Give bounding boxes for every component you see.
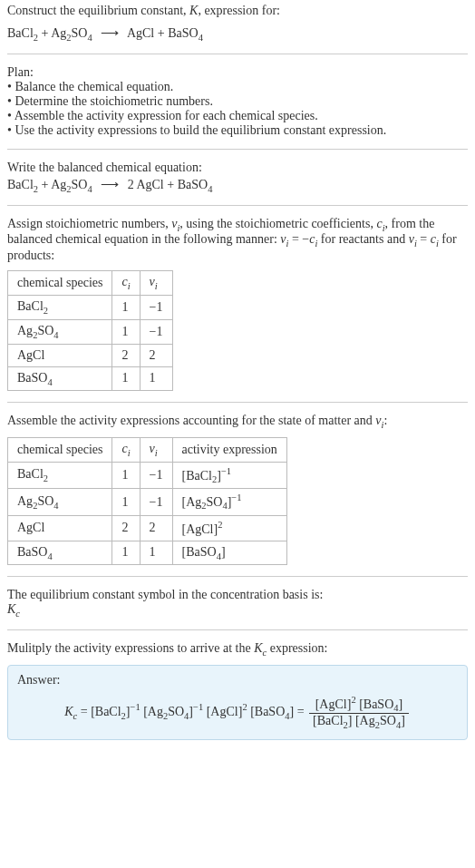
- multiply-section: Mulitply the activity expressions to arr…: [7, 641, 468, 658]
- cell-species: BaSO4: [8, 541, 112, 565]
- fraction: [AgCl]2 [BaSO4] [BaCl2] [Ag2SO4]: [309, 695, 409, 730]
- divider: [7, 54, 468, 54]
- balanced-heading: Write the balanced chemical equation:: [7, 161, 468, 175]
- unbalanced-equation: BaCl2 + Ag2SO4 ⟶ AgCl + BaSO4: [7, 25, 468, 43]
- cell-species: BaCl2: [8, 462, 112, 488]
- assign-section: Assign stoichiometric numbers, νi, using…: [7, 217, 468, 264]
- cell-ci: 1: [112, 319, 140, 344]
- plan-heading: Plan:: [7, 65, 468, 80]
- cell-ci: 2: [112, 515, 140, 541]
- answer-label: Answer:: [17, 673, 458, 688]
- cell-activity: [BaCl2]−1: [172, 462, 286, 488]
- answer-box: Answer: Kc = [BaCl2]−1 [Ag2SO4]−1 [AgCl]…: [7, 665, 468, 740]
- prompt-text-b: , expression for:: [198, 4, 280, 17]
- fraction-numerator: [AgCl]2 [BaSO4]: [309, 695, 409, 714]
- cell-nui: −1: [140, 319, 172, 344]
- cell-ci: 1: [112, 462, 140, 488]
- stoichiometry-table: chemical species ci νi BaCl2 1 −1 Ag2SO4…: [7, 270, 173, 391]
- bal-product-agcl: 2 AgCl: [128, 178, 164, 191]
- balanced-equation: BaCl2 + Ag2SO4 ⟶ 2 AgCl + BaSO4: [7, 177, 468, 194]
- product-baso4: BaSO4: [168, 26, 203, 40]
- col-nui: νi: [140, 271, 172, 296]
- col-ci: ci: [112, 271, 140, 296]
- plan-item-4: • Use the activity expressions to build …: [7, 123, 468, 138]
- plan-item-1: • Balance the chemical equation.: [7, 80, 468, 94]
- table-row: BaCl2 1 −1: [8, 295, 173, 319]
- cell-nui: 2: [140, 515, 172, 541]
- table-row: Ag2SO4 1 −1: [8, 319, 173, 344]
- table-row: BaSO4 1 1: [8, 366, 173, 391]
- table-row: BaCl2 1 −1 [BaCl2]−1: [8, 462, 287, 488]
- cell-species: AgCl: [8, 515, 112, 541]
- conc-basis-section: The equilibrium constant symbol in the c…: [7, 588, 468, 619]
- fraction-denominator: [BaCl2] [Ag2SO4]: [309, 714, 409, 730]
- cell-species: BaSO4: [8, 366, 112, 391]
- bal-product-baso4: BaSO4: [178, 178, 213, 191]
- bal-reactant-ag2so4: Ag2SO4: [51, 178, 92, 191]
- cell-activity: [Ag2SO4]−1: [172, 489, 286, 515]
- conc-basis-text: The equilibrium constant symbol in the c…: [7, 588, 468, 602]
- divider: [7, 629, 468, 630]
- cell-activity: [BaSO4]: [172, 541, 286, 565]
- col-ci: ci: [112, 438, 140, 463]
- table-header-row: chemical species ci νi activity expressi…: [8, 438, 287, 463]
- bal-reactant-bacl2: BaCl2: [7, 178, 38, 191]
- plan-item-2: • Determine the stoichiometric numbers.: [7, 94, 468, 109]
- cell-nui: −1: [140, 489, 172, 515]
- plan-section: Plan: • Balance the chemical equation. •…: [7, 65, 468, 138]
- divider: [7, 205, 468, 206]
- plan-item-3: • Assemble the activity expression for e…: [7, 109, 468, 123]
- cell-ci: 1: [112, 489, 140, 515]
- cell-nui: 1: [140, 366, 172, 391]
- table-row: AgCl 2 2 [AgCl]2: [8, 515, 287, 541]
- cell-nui: −1: [140, 462, 172, 488]
- divider: [7, 149, 468, 150]
- cell-ci: 1: [112, 295, 140, 319]
- balanced-section: Write the balanced chemical equation: Ba…: [7, 161, 468, 194]
- prompt-k: K: [189, 4, 198, 17]
- arrow-icon: ⟶: [101, 25, 119, 41]
- prompt-text-a: Construct the equilibrium constant,: [7, 4, 189, 17]
- col-species: chemical species: [8, 271, 112, 296]
- table-row: Ag2SO4 1 −1 [Ag2SO4]−1: [8, 489, 287, 515]
- reactant-bacl2: BaCl2: [7, 26, 38, 40]
- col-species: chemical species: [8, 438, 112, 463]
- cell-nui: −1: [140, 295, 172, 319]
- divider: [7, 402, 468, 403]
- cell-ci: 1: [112, 366, 140, 391]
- cell-species: Ag2SO4: [8, 489, 112, 515]
- col-nui: νi: [140, 438, 172, 463]
- kc-symbol: Kc: [7, 602, 468, 619]
- prompt: Construct the equilibrium constant, K, e…: [7, 4, 468, 18]
- activity-table: chemical species ci νi activity expressi…: [7, 437, 287, 565]
- arrow-icon: ⟶: [101, 177, 119, 192]
- cell-nui: 1: [140, 541, 172, 565]
- cell-species: Ag2SO4: [8, 319, 112, 344]
- cell-activity: [AgCl]2: [172, 515, 286, 541]
- table-row: BaSO4 1 1 [BaSO4]: [8, 541, 287, 565]
- table-header-row: chemical species ci νi: [8, 271, 173, 296]
- cell-ci: 1: [112, 541, 140, 565]
- divider: [7, 576, 468, 577]
- cell-ci: 2: [112, 344, 140, 366]
- cell-nui: 2: [140, 344, 172, 366]
- table-row: AgCl 2 2: [8, 344, 173, 366]
- cell-species: AgCl: [8, 344, 112, 366]
- kc-expression: Kc = [BaCl2]−1 [Ag2SO4]−1 [AgCl]2 [BaSO4…: [17, 695, 458, 730]
- cell-species: BaCl2: [8, 295, 112, 319]
- reactant-ag2so4: Ag2SO4: [51, 26, 92, 40]
- product-agcl: AgCl: [127, 26, 154, 40]
- activity-intro: Assemble the activity expressions accoun…: [7, 414, 468, 430]
- col-activity: activity expression: [172, 438, 286, 463]
